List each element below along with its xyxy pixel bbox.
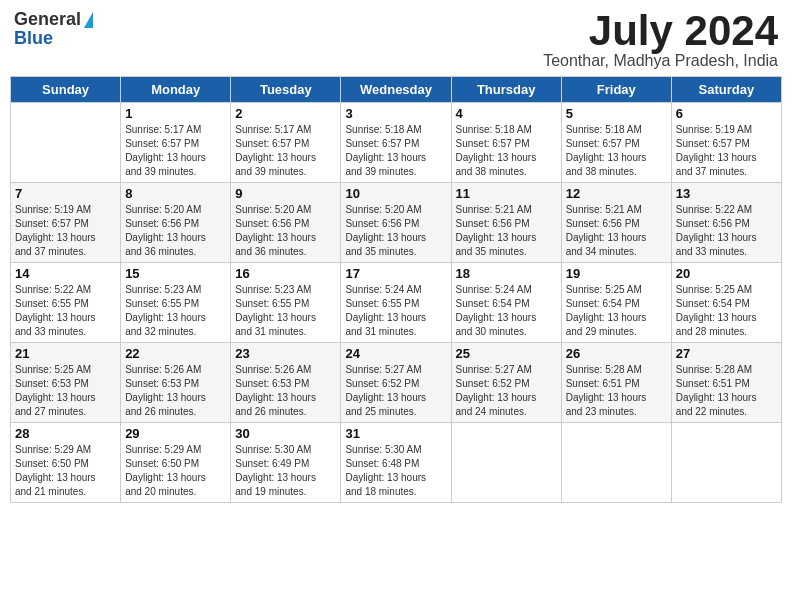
logo-blue: Blue [14, 28, 53, 49]
calendar-week-2: 7Sunrise: 5:19 AM Sunset: 6:57 PM Daylig… [11, 183, 782, 263]
calendar-cell: 29Sunrise: 5:29 AM Sunset: 6:50 PM Dayli… [121, 423, 231, 503]
day-number: 16 [235, 266, 336, 281]
calendar-header-row: SundayMondayTuesdayWednesdayThursdayFrid… [11, 77, 782, 103]
calendar-cell: 24Sunrise: 5:27 AM Sunset: 6:52 PM Dayli… [341, 343, 451, 423]
calendar-cell: 11Sunrise: 5:21 AM Sunset: 6:56 PM Dayli… [451, 183, 561, 263]
day-number: 28 [15, 426, 116, 441]
day-number: 12 [566, 186, 667, 201]
day-number: 13 [676, 186, 777, 201]
calendar-cell: 7Sunrise: 5:19 AM Sunset: 6:57 PM Daylig… [11, 183, 121, 263]
day-detail: Sunrise: 5:17 AM Sunset: 6:57 PM Dayligh… [235, 123, 336, 179]
calendar-cell: 27Sunrise: 5:28 AM Sunset: 6:51 PM Dayli… [671, 343, 781, 423]
calendar-cell: 28Sunrise: 5:29 AM Sunset: 6:50 PM Dayli… [11, 423, 121, 503]
calendar-cell: 3Sunrise: 5:18 AM Sunset: 6:57 PM Daylig… [341, 103, 451, 183]
day-number: 21 [15, 346, 116, 361]
day-detail: Sunrise: 5:28 AM Sunset: 6:51 PM Dayligh… [676, 363, 777, 419]
month-title: July 2024 [543, 10, 778, 52]
day-number: 3 [345, 106, 446, 121]
day-number: 23 [235, 346, 336, 361]
calendar-cell: 26Sunrise: 5:28 AM Sunset: 6:51 PM Dayli… [561, 343, 671, 423]
calendar-week-4: 21Sunrise: 5:25 AM Sunset: 6:53 PM Dayli… [11, 343, 782, 423]
calendar-cell: 23Sunrise: 5:26 AM Sunset: 6:53 PM Dayli… [231, 343, 341, 423]
day-header-sunday: Sunday [11, 77, 121, 103]
calendar-cell: 14Sunrise: 5:22 AM Sunset: 6:55 PM Dayli… [11, 263, 121, 343]
calendar-cell: 2Sunrise: 5:17 AM Sunset: 6:57 PM Daylig… [231, 103, 341, 183]
day-number: 5 [566, 106, 667, 121]
day-detail: Sunrise: 5:27 AM Sunset: 6:52 PM Dayligh… [345, 363, 446, 419]
day-detail: Sunrise: 5:30 AM Sunset: 6:49 PM Dayligh… [235, 443, 336, 499]
day-header-wednesday: Wednesday [341, 77, 451, 103]
day-detail: Sunrise: 5:19 AM Sunset: 6:57 PM Dayligh… [676, 123, 777, 179]
calendar-week-3: 14Sunrise: 5:22 AM Sunset: 6:55 PM Dayli… [11, 263, 782, 343]
calendar-cell: 25Sunrise: 5:27 AM Sunset: 6:52 PM Dayli… [451, 343, 561, 423]
calendar-cell: 19Sunrise: 5:25 AM Sunset: 6:54 PM Dayli… [561, 263, 671, 343]
day-number: 2 [235, 106, 336, 121]
day-header-friday: Friday [561, 77, 671, 103]
day-number: 1 [125, 106, 226, 121]
day-number: 4 [456, 106, 557, 121]
calendar-cell: 22Sunrise: 5:26 AM Sunset: 6:53 PM Dayli… [121, 343, 231, 423]
day-number: 17 [345, 266, 446, 281]
calendar-week-1: 1Sunrise: 5:17 AM Sunset: 6:57 PM Daylig… [11, 103, 782, 183]
calendar-cell: 18Sunrise: 5:24 AM Sunset: 6:54 PM Dayli… [451, 263, 561, 343]
day-detail: Sunrise: 5:21 AM Sunset: 6:56 PM Dayligh… [566, 203, 667, 259]
day-detail: Sunrise: 5:23 AM Sunset: 6:55 PM Dayligh… [235, 283, 336, 339]
day-number: 31 [345, 426, 446, 441]
day-detail: Sunrise: 5:27 AM Sunset: 6:52 PM Dayligh… [456, 363, 557, 419]
day-detail: Sunrise: 5:28 AM Sunset: 6:51 PM Dayligh… [566, 363, 667, 419]
day-detail: Sunrise: 5:20 AM Sunset: 6:56 PM Dayligh… [125, 203, 226, 259]
calendar-cell: 8Sunrise: 5:20 AM Sunset: 6:56 PM Daylig… [121, 183, 231, 263]
day-detail: Sunrise: 5:20 AM Sunset: 6:56 PM Dayligh… [235, 203, 336, 259]
calendar-cell: 6Sunrise: 5:19 AM Sunset: 6:57 PM Daylig… [671, 103, 781, 183]
day-detail: Sunrise: 5:22 AM Sunset: 6:55 PM Dayligh… [15, 283, 116, 339]
title-block: July 2024 Teonthar, Madhya Pradesh, Indi… [543, 10, 778, 70]
calendar-cell [561, 423, 671, 503]
day-detail: Sunrise: 5:18 AM Sunset: 6:57 PM Dayligh… [345, 123, 446, 179]
day-detail: Sunrise: 5:22 AM Sunset: 6:56 PM Dayligh… [676, 203, 777, 259]
day-detail: Sunrise: 5:24 AM Sunset: 6:54 PM Dayligh… [456, 283, 557, 339]
day-detail: Sunrise: 5:25 AM Sunset: 6:54 PM Dayligh… [676, 283, 777, 339]
calendar-cell: 10Sunrise: 5:20 AM Sunset: 6:56 PM Dayli… [341, 183, 451, 263]
day-number: 15 [125, 266, 226, 281]
calendar-cell: 31Sunrise: 5:30 AM Sunset: 6:48 PM Dayli… [341, 423, 451, 503]
calendar-week-5: 28Sunrise: 5:29 AM Sunset: 6:50 PM Dayli… [11, 423, 782, 503]
day-number: 14 [15, 266, 116, 281]
day-number: 9 [235, 186, 336, 201]
day-detail: Sunrise: 5:26 AM Sunset: 6:53 PM Dayligh… [235, 363, 336, 419]
day-number: 25 [456, 346, 557, 361]
location: Teonthar, Madhya Pradesh, India [543, 52, 778, 70]
day-number: 6 [676, 106, 777, 121]
calendar-cell: 21Sunrise: 5:25 AM Sunset: 6:53 PM Dayli… [11, 343, 121, 423]
day-detail: Sunrise: 5:26 AM Sunset: 6:53 PM Dayligh… [125, 363, 226, 419]
calendar-cell: 4Sunrise: 5:18 AM Sunset: 6:57 PM Daylig… [451, 103, 561, 183]
day-detail: Sunrise: 5:24 AM Sunset: 6:55 PM Dayligh… [345, 283, 446, 339]
day-number: 10 [345, 186, 446, 201]
day-number: 22 [125, 346, 226, 361]
calendar-cell [451, 423, 561, 503]
day-header-monday: Monday [121, 77, 231, 103]
calendar-cell: 30Sunrise: 5:30 AM Sunset: 6:49 PM Dayli… [231, 423, 341, 503]
day-header-thursday: Thursday [451, 77, 561, 103]
day-number: 26 [566, 346, 667, 361]
day-number: 18 [456, 266, 557, 281]
day-number: 27 [676, 346, 777, 361]
day-detail: Sunrise: 5:18 AM Sunset: 6:57 PM Dayligh… [456, 123, 557, 179]
day-number: 29 [125, 426, 226, 441]
day-detail: Sunrise: 5:25 AM Sunset: 6:53 PM Dayligh… [15, 363, 116, 419]
calendar-cell: 1Sunrise: 5:17 AM Sunset: 6:57 PM Daylig… [121, 103, 231, 183]
day-detail: Sunrise: 5:18 AM Sunset: 6:57 PM Dayligh… [566, 123, 667, 179]
calendar-cell: 15Sunrise: 5:23 AM Sunset: 6:55 PM Dayli… [121, 263, 231, 343]
day-number: 11 [456, 186, 557, 201]
day-header-saturday: Saturday [671, 77, 781, 103]
calendar-cell: 9Sunrise: 5:20 AM Sunset: 6:56 PM Daylig… [231, 183, 341, 263]
day-number: 24 [345, 346, 446, 361]
calendar-cell: 20Sunrise: 5:25 AM Sunset: 6:54 PM Dayli… [671, 263, 781, 343]
day-detail: Sunrise: 5:20 AM Sunset: 6:56 PM Dayligh… [345, 203, 446, 259]
day-header-tuesday: Tuesday [231, 77, 341, 103]
calendar-body: 1Sunrise: 5:17 AM Sunset: 6:57 PM Daylig… [11, 103, 782, 503]
day-number: 20 [676, 266, 777, 281]
day-detail: Sunrise: 5:21 AM Sunset: 6:56 PM Dayligh… [456, 203, 557, 259]
day-detail: Sunrise: 5:17 AM Sunset: 6:57 PM Dayligh… [125, 123, 226, 179]
calendar-cell [11, 103, 121, 183]
calendar-cell [671, 423, 781, 503]
